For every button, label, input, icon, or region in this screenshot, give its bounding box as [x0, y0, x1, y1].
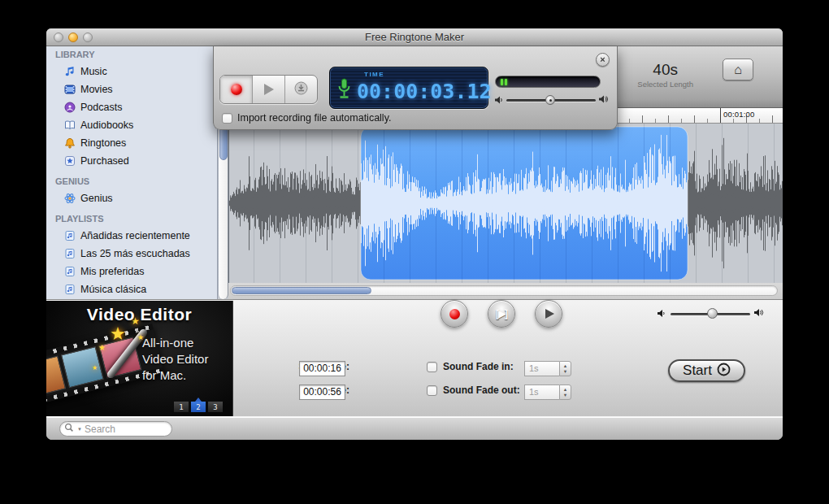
fade-out-value: 1s — [524, 385, 559, 400]
start-button[interactable]: Start — [668, 359, 745, 382]
sidebar-item-label: Music — [80, 66, 107, 77]
sidebar-item-label: Genius — [80, 193, 113, 204]
play-circle-icon — [717, 363, 731, 380]
speaker-low-icon — [658, 306, 666, 321]
record-icon — [231, 84, 242, 95]
sidebar-item-mis-preferidas[interactable]: Mis preferidas — [46, 263, 217, 280]
star-icon: ★ — [110, 324, 126, 345]
video-editor-ad[interactable]: ★ ★ ★ ★ ★ Video Editor All-in-one Video … — [46, 301, 233, 416]
search-field[interactable]: ▼ Search — [59, 421, 172, 437]
playlist-icon — [63, 230, 76, 242]
level-segment — [505, 79, 507, 85]
time-display: TIME 00:00:03.12 — [329, 67, 488, 109]
sidebar-item-ringtones[interactable]: Ringtones — [46, 134, 217, 152]
playlist-icon — [63, 266, 76, 278]
star-icon: ★ — [98, 343, 106, 352]
ad-page-2[interactable]: 2 — [191, 402, 206, 412]
sidebar-item-label: Purchased — [80, 155, 129, 167]
sidebar-item-podcasts[interactable]: Podcasts — [46, 98, 217, 116]
music-icon — [63, 66, 76, 78]
minimize-window-button[interactable] — [68, 33, 78, 42]
fade-in-value: 1s — [524, 361, 559, 376]
recorder-panel: TIME 00:00:03.12 × Import recording file… — [213, 46, 618, 130]
import-auto-label: Import recording file automatically. — [237, 112, 391, 124]
record-button[interactable] — [220, 76, 252, 103]
play-icon — [545, 309, 554, 319]
selected-length-label: Selected Length — [637, 80, 693, 89]
sidebar-item-purchased[interactable]: Purchased — [46, 152, 217, 170]
import-download-icon — [294, 81, 308, 98]
ad-title: Video Editor — [46, 305, 232, 324]
sidebar-section-header: PLAYLISTS — [46, 214, 217, 227]
import-auto-checkbox[interactable] — [222, 113, 232, 124]
transport-controls: [▶] — [441, 300, 562, 328]
record-transport-button[interactable] — [441, 300, 468, 328]
sidebar-item-music[interactable]: Music — [46, 63, 217, 80]
start-time-field[interactable]: 00:00:16 — [299, 361, 345, 376]
sidebar-item-genius[interactable]: Genius — [46, 189, 217, 207]
close-window-button[interactable] — [54, 33, 63, 42]
ad-page-3[interactable]: 3 — [208, 402, 223, 412]
playlist-icon — [63, 284, 76, 296]
sidebar-item-las-25-mas-escuchadas[interactable]: Las 25 más escuchadas — [46, 245, 217, 263]
stepper-down-icon: ▼ — [563, 393, 567, 398]
waveform-area — [228, 124, 783, 283]
play-button[interactable] — [535, 300, 562, 328]
horizontal-scrollbar-thumb[interactable] — [232, 287, 371, 294]
volume-track[interactable] — [671, 313, 750, 315]
recorder-import-button[interactable] — [284, 76, 317, 103]
sidebar-item-label: Movies — [80, 84, 113, 95]
search-menu-chevron-icon[interactable]: ▼ — [77, 427, 82, 432]
playlist-icon — [63, 248, 76, 260]
microphone-icon — [337, 78, 351, 103]
app-window: Free Ringtone Maker LIBRARYMusicMoviesPo… — [46, 28, 783, 440]
title-bar[interactable]: Free Ringtone Maker — [46, 28, 783, 46]
sidebar-item-label: Añadidas recientemente — [80, 230, 190, 241]
end-time-field[interactable]: 00:00:56 — [299, 385, 345, 400]
sidebar: LIBRARYMusicMoviesPodcastsAudiobooksRing… — [46, 46, 218, 299]
sidebar-item-label: Mis preferidas — [80, 266, 145, 277]
volume-thumb[interactable] — [707, 308, 718, 319]
zoom-window-button[interactable] — [83, 33, 93, 42]
sidebar-vertical-scrollbar[interactable] — [218, 110, 228, 299]
ad-text: All-in-one Video Editor for Mac. — [142, 335, 208, 384]
speaker-low-icon — [495, 93, 503, 107]
waveform-canvas[interactable] — [229, 124, 783, 283]
purchased-icon — [63, 155, 76, 167]
status-bar: ▼ Search — [46, 416, 783, 440]
volume-track[interactable] — [506, 99, 596, 102]
ad-page-1[interactable]: 1 — [174, 402, 189, 412]
recorder-volume-slider[interactable] — [495, 94, 609, 106]
ad-text-line: All-in-one — [142, 335, 208, 351]
volume-thumb[interactable] — [545, 95, 555, 105]
level-segment — [501, 79, 503, 85]
bottom-panel: ★ ★ ★ ★ ★ Video Editor All-in-one Video … — [46, 299, 783, 416]
sidebar-item-anadidas-recientemente[interactable]: Añadidas recientemente — [46, 227, 217, 245]
traffic-lights — [54, 33, 93, 42]
start-button-label: Start — [683, 363, 712, 379]
sidebar-item-label: Las 25 más escuchadas — [80, 248, 190, 259]
selected-length-indicator: 40s Selected Length — [637, 61, 693, 89]
fade-in-checkbox[interactable] — [427, 362, 437, 372]
recorder-play-button[interactable] — [252, 76, 284, 103]
audiobooks-icon — [63, 119, 76, 132]
sidebar-item-movies[interactable]: Movies — [46, 80, 217, 98]
fade-in-stepper[interactable]: 1s ▲▼ — [524, 361, 571, 376]
sidebar-item-label: Audiobooks — [80, 119, 133, 131]
sidebar-item-musica-clasica[interactable]: Música clásica — [46, 280, 217, 298]
sidebar-item-audiobooks[interactable]: Audiobooks — [46, 116, 217, 134]
close-icon: × — [600, 55, 605, 64]
loop-play-selection-button[interactable]: [▶] — [488, 300, 515, 328]
recorder-close-button[interactable]: × — [596, 53, 610, 67]
fade-out-stepper[interactable]: 1s ▲▼ — [524, 385, 571, 400]
stepper-arrows[interactable]: ▲▼ — [559, 361, 571, 376]
preview-volume-slider[interactable] — [658, 308, 765, 319]
stepper-arrows[interactable]: ▲▼ — [559, 385, 571, 400]
ad-text-line: for Mac. — [142, 367, 208, 384]
fade-out-label: Sound Fade out: — [443, 385, 520, 396]
sidebar-item-label: Música clásica — [80, 284, 146, 295]
fade-out-checkbox[interactable] — [427, 385, 437, 396]
waveform-horizontal-scrollbar[interactable] — [230, 285, 778, 296]
home-button[interactable]: ⌂ — [723, 59, 753, 80]
search-placeholder: Search — [85, 424, 115, 435]
